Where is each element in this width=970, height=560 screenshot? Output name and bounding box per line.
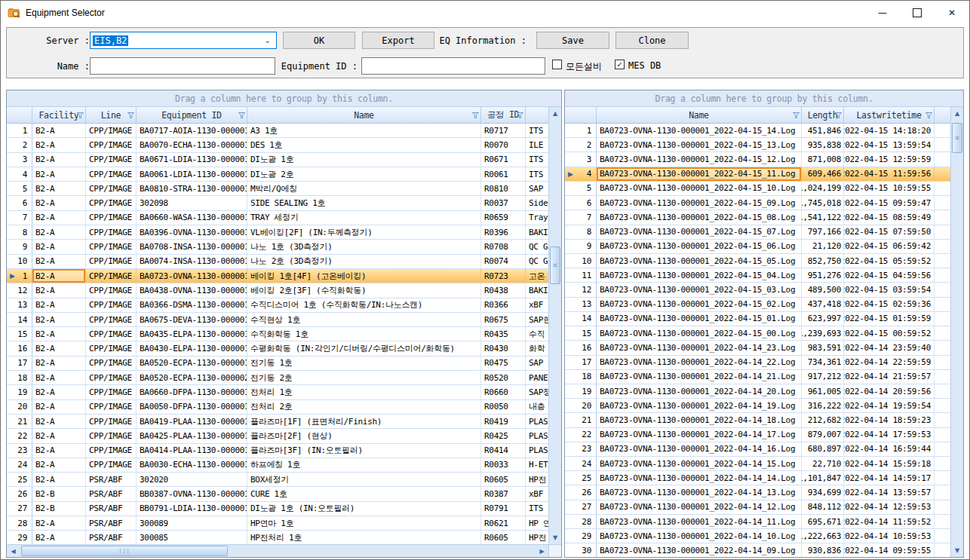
cell-name[interactable]: BA0723-OVNA-1130-000001_2022-04-14_22.Lo… (597, 356, 802, 369)
cell-extra[interactable]: ITS (526, 167, 548, 181)
cell-extra[interactable]: 화학 (526, 341, 548, 355)
cell-facility[interactable]: B2-A (32, 400, 86, 414)
table-row[interactable]: 11BA0723-OVNA-1130-000001_2022-04-15_04.… (565, 268, 950, 283)
cell-length[interactable]: 852,750 (802, 254, 844, 268)
cell-extra[interactable]: 수직 (526, 327, 548, 341)
cell-facility[interactable]: B2-A (32, 240, 86, 253)
table-row[interactable]: 15B2-ACPP/IMAGEBA0435-ELPA-1130-000001수직… (7, 327, 548, 341)
filter-icon[interactable] (517, 112, 523, 118)
cell-process_id[interactable]: R0070 (481, 138, 526, 151)
scroll-up-icon[interactable]: ▲ (549, 107, 561, 120)
cell-process_id[interactable]: R0037 (481, 196, 526, 210)
cell-lastwritetime[interactable]: 2022-04-14 20:59:56 (844, 384, 935, 398)
scroll-track[interactable]: ||| (20, 545, 536, 557)
cell-num[interactable]: 5 (565, 182, 597, 195)
cell-name[interactable]: 전처리 2호 (247, 400, 481, 414)
cell-fill[interactable] (935, 500, 950, 514)
cell-process_id[interactable]: R0475 (481, 357, 526, 370)
scroll-track[interactable]: ≡ (951, 120, 963, 544)
cell-line[interactable]: CPP/IMAGE (86, 283, 137, 297)
cell-equipment_id[interactable]: BA0675-DEVA-1130-000001 (137, 313, 247, 326)
cell-length[interactable]: 848,112 (802, 500, 844, 514)
cell-extra[interactable]: H-ET (526, 458, 548, 472)
cell-extra[interactable]: ILE (526, 138, 548, 151)
table-row[interactable]: 1BA0723-OVNA-1130-000001_2022-04-15_14.L… (565, 124, 950, 138)
cell-facility[interactable]: B2-A (32, 341, 86, 355)
table-row[interactable]: 20BA0723-OVNA-1130-000001_2022-04-14_19.… (565, 399, 950, 413)
cell-facility[interactable]: B2-A (32, 153, 86, 167)
cell-lastwritetime[interactable]: 2022-04-14 19:59:54 (844, 399, 935, 412)
cell-length[interactable]: 917,212 (802, 370, 844, 384)
cell-fill[interactable] (935, 124, 950, 137)
cell-num[interactable]: 15 (565, 326, 597, 340)
table-row[interactable]: 13BA0723-OVNA-1130-000001_2022-04-15_02.… (565, 298, 950, 312)
cell-length[interactable]: 623,997 (802, 312, 844, 326)
cell-extra[interactable]: HP전 (526, 531, 548, 544)
cell-num[interactable]: 24 (565, 457, 597, 470)
cell-num[interactable]: ▶4 (565, 167, 597, 181)
cell-lastwritetime[interactable]: 2022-04-14 12:59:53 (844, 500, 935, 514)
cell-equipment_id[interactable]: BA0061-LDIA-1130-000001 (137, 167, 247, 181)
cell-fill[interactable] (935, 312, 950, 326)
cell-equipment_id[interactable]: BA0660-DFPA-1130-000001 (137, 385, 247, 399)
table-row[interactable]: 10B2-ACPP/IMAGEBA0074-INSA-1130-000001나노… (7, 255, 548, 269)
equipment-grid-vertical-scrollbar[interactable]: ▲ ≡ ▼ (548, 107, 561, 544)
cell-line[interactable]: PSR/ABF (86, 531, 137, 544)
table-row[interactable]: 17B2-ACPP/IMAGEBA0520-ECPA-1130-000001전기… (7, 357, 548, 371)
cell-process_id[interactable]: R0396 (481, 225, 526, 239)
cell-line[interactable]: PSR/ABF (86, 516, 137, 530)
cell-process_id[interactable]: R0810 (481, 182, 526, 195)
cell-line[interactable]: CPP/IMAGE (86, 298, 137, 312)
cell-process_id[interactable]: R0050 (481, 400, 526, 414)
cell-lastwritetime[interactable]: 2022-04-14 13:59:57 (844, 485, 935, 499)
cell-num[interactable]: 17 (565, 356, 597, 369)
clone-button[interactable]: Clone (615, 32, 689, 49)
filter-icon[interactable] (925, 112, 932, 118)
cell-line[interactable]: PSR/ABF (86, 473, 137, 486)
all-equipment-checkbox[interactable] (552, 60, 562, 69)
column-header-process-id[interactable]: 공정 ID (481, 107, 526, 123)
cell-fill[interactable] (935, 138, 950, 151)
cell-num[interactable]: 22 (565, 428, 597, 442)
table-row[interactable]: 17BA0723-OVNA-1130-000001_2022-04-14_22.… (565, 356, 950, 370)
cell-name[interactable]: BA0723-OVNA-1130-000001_2022-04-14_11.Lo… (597, 515, 802, 528)
cell-facility[interactable]: B2-A (32, 516, 86, 530)
table-row[interactable]: 16B2-ACPP/IMAGEBA0430-ELPA-1130-000001수평… (7, 341, 548, 356)
cell-length[interactable]: 879,007 (802, 428, 844, 442)
cell-length[interactable]: 797,166 (802, 225, 844, 239)
cell-num[interactable]: 7 (7, 211, 32, 225)
cell-process_id[interactable]: R0438 (481, 283, 526, 297)
cell-name[interactable]: A3 1호 (247, 124, 481, 137)
table-row[interactable]: 18B2-ACPP/IMAGEBA0520-ECPA-1130-000002전기… (7, 371, 548, 385)
scroll-down-icon[interactable]: ▼ (549, 531, 561, 544)
cell-process_id[interactable]: R0708 (481, 240, 526, 253)
cell-num[interactable]: 17 (7, 357, 32, 370)
cell-line[interactable]: CPP/IMAGE (86, 138, 137, 151)
cell-fill[interactable] (935, 268, 950, 282)
cell-name[interactable]: SIDE SEALING 1호 (247, 196, 481, 210)
cell-name[interactable]: 전처리 1호 (247, 385, 481, 399)
cell-equipment_id[interactable]: 302098 (137, 196, 247, 210)
cell-equipment_id[interactable]: BA0430-ELPA-1130-000001 (137, 341, 247, 355)
cell-equipment_id[interactable]: BA0810-STRA-1130-000001 (137, 182, 247, 195)
cell-process_id[interactable]: R0723 (481, 269, 526, 283)
cell-fill[interactable] (935, 543, 950, 557)
cell-num[interactable]: 5 (7, 182, 32, 195)
chevron-down-icon[interactable]: ⌄ (265, 36, 271, 44)
cell-fill[interactable] (935, 225, 950, 239)
cell-num[interactable]: 26 (7, 487, 32, 500)
cell-facility[interactable]: B2-A (32, 313, 86, 326)
cell-lastwritetime[interactable]: 2022-04-15 12:59:59 (844, 152, 935, 166)
cell-line[interactable]: CPP/IMAGE (86, 167, 137, 181)
cell-num[interactable]: 18 (565, 370, 597, 384)
cell-num[interactable]: 24 (7, 458, 32, 472)
cell-name[interactable]: 수직화학동 1호 (247, 327, 481, 341)
cell-process_id[interactable]: R0791 (481, 502, 526, 516)
column-header-line[interactable]: Line (86, 107, 137, 123)
cell-equipment_id[interactable]: 302020 (137, 473, 247, 486)
cell-equipment_id[interactable]: BA0396-OVNA-1130-000001 (137, 225, 247, 239)
cell-equipment_id[interactable]: BA0723-OVNA-1130-000001 (137, 269, 247, 283)
scroll-up-icon[interactable]: ▲ (951, 107, 963, 120)
cell-facility[interactable]: B2-A (32, 211, 86, 225)
cell-num[interactable]: 25 (565, 471, 597, 485)
